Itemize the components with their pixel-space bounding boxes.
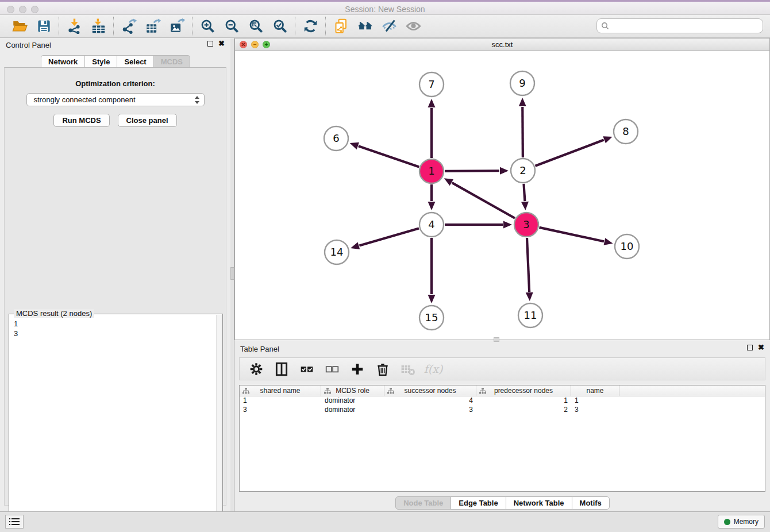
criterion-dropdown-value: strongly connected component bbox=[34, 95, 136, 104]
tab-network[interactable]: Network bbox=[41, 55, 85, 68]
graph-node-10[interactable]: 10 bbox=[615, 234, 639, 259]
edge-arrow-1-4 bbox=[428, 202, 436, 210]
graph-node-11[interactable]: 11 bbox=[518, 303, 542, 327]
svg-text:14: 14 bbox=[330, 246, 344, 258]
tab-edge-table[interactable]: Edge Table bbox=[451, 496, 506, 510]
deselect-all-icon[interactable] bbox=[325, 361, 340, 376]
graph-node-7[interactable]: 7 bbox=[419, 72, 444, 97]
zoom-in-icon[interactable] bbox=[199, 18, 215, 34]
control-panel: Control Panel ✖ NetworkStyleSelectMCDS O… bbox=[0, 38, 230, 511]
edge-arrow-1-2 bbox=[500, 167, 509, 175]
open-file-icon[interactable] bbox=[11, 18, 28, 34]
graph-node-2[interactable]: 2 bbox=[511, 159, 535, 183]
network-view-window: ✕ – + scc.txt 1234678910111415 bbox=[234, 38, 770, 340]
node-table[interactable]: shared nameMCDS rolesuccessor nodesprede… bbox=[239, 385, 765, 492]
svg-text:10: 10 bbox=[621, 240, 634, 252]
close-panel-button[interactable]: Close panel bbox=[118, 114, 177, 127]
table-panel: Table Panel ✖ f(x) shared nameMCDS roles… bbox=[234, 342, 770, 511]
network-file-title: scc.txt bbox=[235, 40, 769, 49]
export-table-icon[interactable] bbox=[145, 18, 161, 34]
memory-button[interactable]: Memory bbox=[718, 515, 765, 529]
gear-icon[interactable] bbox=[249, 361, 264, 376]
fx-label: f(x) bbox=[424, 363, 443, 375]
table-row[interactable]: 1dominator411 bbox=[240, 396, 765, 406]
tab-select[interactable]: Select bbox=[117, 55, 153, 68]
svg-text:4: 4 bbox=[428, 218, 434, 230]
clone-network-icon[interactable] bbox=[333, 18, 349, 34]
horizontal-splitter-grip[interactable] bbox=[494, 337, 499, 342]
mcds-panel: Optimization criterion: strongly connect… bbox=[4, 67, 226, 506]
search-input[interactable] bbox=[596, 18, 763, 33]
edge-arrow-2-9 bbox=[519, 98, 526, 106]
zoom-out-icon[interactable] bbox=[224, 18, 240, 34]
vertical-splitter[interactable] bbox=[230, 38, 234, 511]
close-table-panel-icon[interactable]: ✖ bbox=[758, 345, 764, 350]
float-table-panel-icon[interactable] bbox=[747, 345, 753, 350]
graph-node-15[interactable]: 15 bbox=[419, 306, 444, 330]
network-window-titlebar: ✕ – + scc.txt bbox=[235, 38, 769, 51]
main-toolbar bbox=[0, 15, 770, 38]
graph-node-14[interactable]: 14 bbox=[325, 240, 349, 264]
tab-node-table[interactable]: Node Table bbox=[395, 496, 451, 510]
criterion-dropdown[interactable]: strongly connected component bbox=[26, 93, 205, 106]
show-panels-icon[interactable] bbox=[405, 18, 421, 34]
application-window: Session: New Session Control Panel ✖ Net… bbox=[0, 0, 770, 532]
column-header-successor-nodes[interactable]: successor nodes bbox=[384, 385, 476, 396]
table-panel-title: Table Panel bbox=[240, 345, 279, 353]
float-panel-icon[interactable] bbox=[207, 41, 213, 47]
svg-text:6: 6 bbox=[333, 132, 339, 144]
control-panel-title: Control Panel bbox=[6, 41, 51, 49]
refresh-icon[interactable] bbox=[302, 18, 318, 34]
import-table-icon[interactable] bbox=[90, 18, 106, 34]
tab-style[interactable]: Style bbox=[84, 55, 117, 68]
column-visibility-icon[interactable] bbox=[274, 361, 289, 376]
column-header-name[interactable]: name bbox=[571, 385, 619, 396]
graph-node-9[interactable]: 9 bbox=[510, 71, 534, 95]
graph-node-6[interactable]: 6 bbox=[324, 126, 348, 151]
cell-successor-nodes: 4 bbox=[384, 396, 476, 406]
cell-predecessor-nodes: 1 bbox=[476, 396, 571, 406]
close-panel-icon[interactable]: ✖ bbox=[218, 41, 225, 47]
delete-column-icon[interactable] bbox=[375, 361, 390, 376]
tab-network-table[interactable]: Network Table bbox=[506, 496, 572, 510]
cell-name: 3 bbox=[571, 406, 619, 415]
import-network-icon[interactable] bbox=[66, 18, 82, 34]
status-bar: Memory bbox=[0, 511, 770, 532]
run-mcds-button[interactable]: Run MCDS bbox=[53, 114, 109, 127]
table-toolbar: f(x) bbox=[239, 357, 765, 380]
edge-arrow-3-10 bbox=[604, 238, 613, 245]
search-box bbox=[596, 18, 763, 33]
graph-node-3[interactable]: 3 bbox=[514, 213, 538, 237]
cell-successor-nodes: 3 bbox=[384, 406, 476, 415]
zoom-fit-icon[interactable] bbox=[248, 18, 264, 34]
optimization-criterion-label: Optimization criterion: bbox=[5, 79, 226, 88]
splitter-grip[interactable] bbox=[230, 267, 234, 280]
function-builder-icon: f(x) bbox=[426, 361, 441, 376]
hide-panels-icon[interactable] bbox=[381, 18, 397, 34]
zoom-selected-icon[interactable] bbox=[272, 18, 288, 34]
network-graph[interactable]: 1234678910111415 bbox=[235, 51, 769, 340]
save-session-icon[interactable] bbox=[36, 18, 52, 34]
column-header-MCDS-role[interactable]: MCDS role bbox=[321, 385, 384, 396]
tab-motifs[interactable]: Motifs bbox=[572, 496, 610, 510]
export-image-icon[interactable] bbox=[169, 18, 185, 34]
task-history-button[interactable] bbox=[5, 515, 24, 529]
graph-node-8[interactable]: 8 bbox=[614, 119, 638, 144]
table-row[interactable]: 3dominator323 bbox=[240, 406, 765, 415]
network-canvas[interactable]: 1234678910111415 bbox=[235, 51, 769, 340]
edge-arrow-4-15 bbox=[428, 295, 436, 303]
tab-mcds[interactable]: MCDS bbox=[153, 55, 190, 68]
column-header-shared-name[interactable]: shared name bbox=[240, 385, 321, 396]
list-icon bbox=[9, 518, 20, 526]
graph-node-1[interactable]: 1 bbox=[419, 159, 444, 183]
svg-text:1: 1 bbox=[428, 165, 434, 177]
svg-text:11: 11 bbox=[524, 309, 537, 321]
export-network-icon[interactable] bbox=[121, 18, 137, 34]
column-header-predecessor-nodes[interactable]: predecessor nodes bbox=[476, 385, 571, 396]
result-scrollbar[interactable] bbox=[216, 315, 222, 532]
select-all-icon[interactable] bbox=[299, 361, 314, 376]
graph-node-4[interactable]: 4 bbox=[419, 213, 444, 237]
add-column-icon[interactable] bbox=[350, 361, 365, 376]
cell-shared-name: 3 bbox=[240, 406, 321, 415]
home-layout-icon[interactable] bbox=[357, 18, 373, 34]
